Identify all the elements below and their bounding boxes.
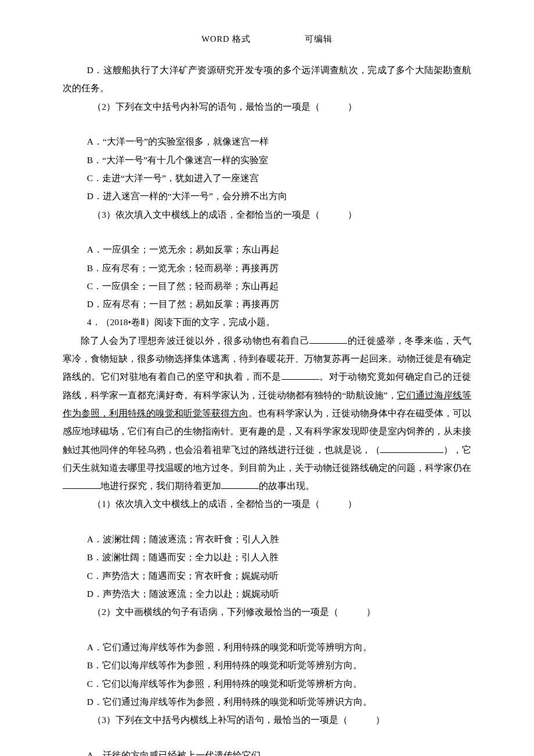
q3-option-c: C．一应俱全；一目了然；轻而易举；东山再起 [63,277,471,295]
blank-1 [309,334,347,344]
q41-option-c: C．声势浩大；随遇而安；宵衣旰食；娓娓动听 [63,567,471,585]
header-left: WORD 格式 [201,34,251,45]
subquestion-4-3: （3）下列在文中括号内横线上补写的语句，最恰当的一项是（ ） [63,711,471,729]
q42-option-c: C．它们以海岸线等作为参照，利用特殊的嗅觉和听觉等辨析方向。 [63,675,471,693]
passage-1: 除了人会为了理想奔波迁徙以外，很多动物也有着自己的迁徙盛举，冬季来临，天气寒冷，… [63,332,471,495]
q2-option-c: C．走进“大洋一号”，犹如进入了一座迷宫 [63,169,471,187]
subquestion-2: （2）下列在文中括号内补写的语句，最恰当的一项是（ ） [63,98,471,116]
q3-option-b: B．应有尽有；一览无余；轻而易举；再接再厉 [63,259,471,277]
blank-2 [282,370,319,380]
q41-option-b: B．波澜壮阔；随遇而安；全力以赴；引人入胜 [63,548,471,566]
option-d-pre: D．这艘船执行了大洋矿产资源研究开发专项的多个远洋调查航次，完成了多个大陆架勘查… [63,61,471,98]
subquestion-3: （3）依次填入文中横线上的成语，全都恰当的一项是（ ） [63,206,471,224]
header-right: 可编辑 [305,34,333,45]
q42-option-d: D．它们通过海岸线等作为参照，利用特殊的嗅觉和听觉等辨识方向。 [63,693,471,711]
passage-1-t7: 的故事出现。 [259,481,315,491]
option-d-pre-text: D．这艘船执行了大洋矿产资源研究开发专项的多个远洋调查航次，完成了多个大陆架勘查… [63,61,471,98]
q42-option-a: A．它们通过海岸线等作为参照，利用特殊的嗅觉和听觉等辨明方向。 [63,638,471,656]
q2-option-d: D．进入迷宫一样的“大洋一号”，会分辨不出方向 [63,187,471,205]
content-body: D．这艘船执行了大洋矿产资源研究开发专项的多个远洋调查航次，完成了多个大陆架勘查… [63,61,471,756]
q41-option-a: A．波澜壮阔；随波逐流；宵衣旰食；引人入胜 [63,530,471,548]
q2-option-b: B．“大洋一号”有十几个像迷宫一样的实验室 [63,151,471,169]
subquestion-4-1: （1）依次填入文中横线上的成语，全都恰当的一项是（ ） [63,495,471,513]
subquestion-4-2: （2）文中画横线的句子有语病，下列修改最恰当的一项是（ ） [63,603,471,621]
q3-option-d: D．应有尽有；一目了然；易如反掌；再接再厉 [63,295,471,313]
q2-option-a: A．“大洋一号”的实验室很多，就像迷宫一样 [63,132,471,150]
page: WORD 格式 可编辑 D．这艘船执行了大洋矿产资源研究开发专项的多个远洋调查航… [0,0,534,756]
q43-option-a: A．迁徙的方向感已经被上一代遗传给它们 [63,746,471,756]
page-header: WORD 格式 可编辑 [63,34,471,45]
passage-1-t1: 除了人会为了理想奔波迁徙以外，很多动物也有着自己 [81,336,309,345]
blank-4 [221,480,259,489]
q42-option-b: B．它们以海岸线等作为参照，利用特殊的嗅觉和听觉等辨别方向。 [63,656,471,674]
passage-1-t6: 地进行探究，我们期待着更加 [100,481,221,491]
blank-bracket [380,443,443,453]
question-4-title: 4．（2018•卷Ⅱ）阅读下面的文字，完成小题。 [63,313,471,331]
blank-3 [63,480,100,489]
q41-option-d: D．声势浩大；随波逐流；全力以赴；娓娓动听 [63,585,471,603]
q3-option-a: A．一应俱全；一览无余；易如反掌；东山再起 [63,240,471,258]
